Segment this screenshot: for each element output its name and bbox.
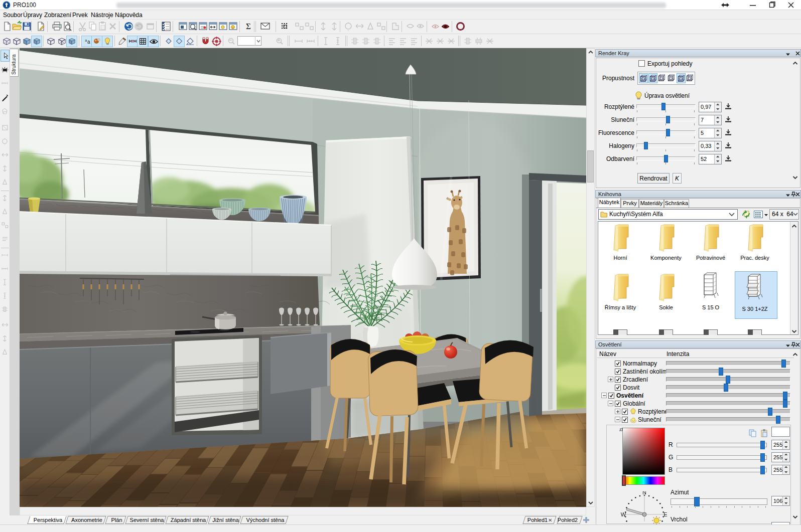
svg-text:W: W [621,511,626,517]
svg-text:a: a [87,39,90,45]
svg-text:E: E [663,511,667,517]
svg-text:Σ: Σ [246,22,251,31]
svg-text:i: i [232,26,233,29]
svg-text:N: N [642,491,646,495]
